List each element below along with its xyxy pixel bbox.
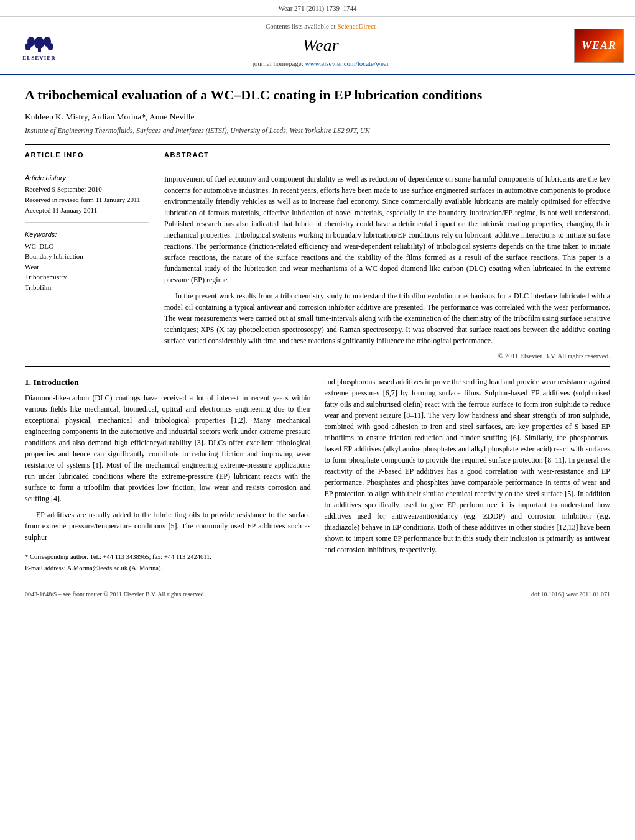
revised-date: Received in revised form 11 January 2011 xyxy=(25,195,149,205)
svg-point-4 xyxy=(25,43,31,50)
homepage-line: journal homepage: www.elsevier.com/locat… xyxy=(67,59,574,69)
divider-top xyxy=(25,144,610,145)
history-label: Article history: xyxy=(25,173,149,183)
keyword-2: Boundary lubrication xyxy=(25,251,149,262)
sciencedirect-link[interactable]: ScienceDirect xyxy=(337,22,376,30)
article-title: A tribochemical evaluation of a WC–DLC c… xyxy=(25,86,610,104)
contents-available-line: Contents lists available at ScienceDirec… xyxy=(67,22,574,32)
keyword-3: Wear xyxy=(25,262,149,272)
wear-journal-logo: WEAR xyxy=(574,29,624,63)
keywords-section: Keywords: WC–DLC Boundary lubrication We… xyxy=(25,230,149,292)
article-info-header: Article Info xyxy=(25,150,149,160)
body-left-column: 1. Introduction Diamond-like-carbon (DLC… xyxy=(25,376,311,575)
keyword-4: Tribochemistry xyxy=(25,272,149,282)
accepted-date: Accepted 11 January 2011 xyxy=(25,206,149,216)
section1-para-1: Diamond-like-carbon (DLC) coatings have … xyxy=(25,392,311,504)
info-divider2 xyxy=(25,222,149,223)
elsevier-logo: ELSEVIER xyxy=(11,29,67,63)
abstract-para-2: In the present work results from a tribo… xyxy=(164,290,610,346)
body-columns: 1. Introduction Diamond-like-carbon (DLC… xyxy=(25,376,610,575)
body-right-column: and phosphorous based additives improve … xyxy=(325,376,611,575)
journal-header: ELSEVIER Contents lists available at Sci… xyxy=(0,17,635,75)
bottom-bar: 0043-1648/$ – see front matter © 2011 El… xyxy=(0,586,635,603)
footnote-area: * Corresponding author. Tel.: +44 113 34… xyxy=(25,548,311,573)
section1-right-para-1: and phosphorous based additives improve … xyxy=(325,376,611,555)
main-content: A tribochemical evaluation of a WC–DLC c… xyxy=(0,75,635,585)
divider-body xyxy=(25,366,610,367)
info-divider1 xyxy=(25,167,149,167)
article-info-abstract-columns: Article Info Article history: Received 9… xyxy=(25,150,610,361)
section1-title: Introduction xyxy=(34,377,79,387)
page-wrapper: Wear 271 (2011) 1739–1744 ELSEVIER Conte… xyxy=(0,0,635,602)
elsevier-tree-icon xyxy=(22,29,57,53)
issn-line: 0043-1648/$ – see front matter © 2011 El… xyxy=(25,590,205,599)
abstract-column: Abstract Improvement of fuel economy and… xyxy=(164,150,610,361)
abstract-text-block: Improvement of fuel economy and componen… xyxy=(164,173,610,346)
affiliation-line: Institute of Engineering Thermofluids, S… xyxy=(25,126,610,136)
journal-center-info: Contents lists available at ScienceDirec… xyxy=(67,22,574,69)
section1-para-2: EP additives are usually added to the lu… xyxy=(25,509,311,543)
abstract-header: Abstract xyxy=(164,150,610,160)
copyright-line: © 2011 Elsevier B.V. All rights reserved… xyxy=(164,351,610,361)
abstract-divider xyxy=(164,167,610,167)
keyword-5: Tribofilm xyxy=(25,282,149,293)
footnote-email: E-mail address: A.Morina@leeds.ac.uk (A.… xyxy=(25,563,311,573)
doi-line: doi:10.1016/j.wear.2011.01.071 xyxy=(531,590,610,599)
section1-heading: 1. Introduction xyxy=(25,376,311,389)
svg-point-1 xyxy=(34,37,44,49)
svg-point-5 xyxy=(47,43,53,50)
footnote-star: * Corresponding author. Tel.: +44 113 34… xyxy=(25,552,311,562)
keywords-label: Keywords: xyxy=(25,230,149,240)
homepage-link[interactable]: www.elsevier.com/locate/wear xyxy=(305,60,389,67)
journal-citation-bar: Wear 271 (2011) 1739–1744 xyxy=(0,0,635,17)
keyword-1: WC–DLC xyxy=(25,241,149,252)
authors-line: Kuldeep K. Mistry, Ardian Morina*, Anne … xyxy=(25,111,610,123)
elsevier-text: ELSEVIER xyxy=(22,54,56,62)
journal-citation-text: Wear 271 (2011) 1739–1744 xyxy=(278,4,356,12)
abstract-para-1: Improvement of fuel economy and componen… xyxy=(164,173,610,285)
journal-name-display: Wear xyxy=(67,33,574,58)
article-info-column: Article Info Article history: Received 9… xyxy=(25,150,149,361)
received-date: Received 9 September 2010 xyxy=(25,185,149,195)
